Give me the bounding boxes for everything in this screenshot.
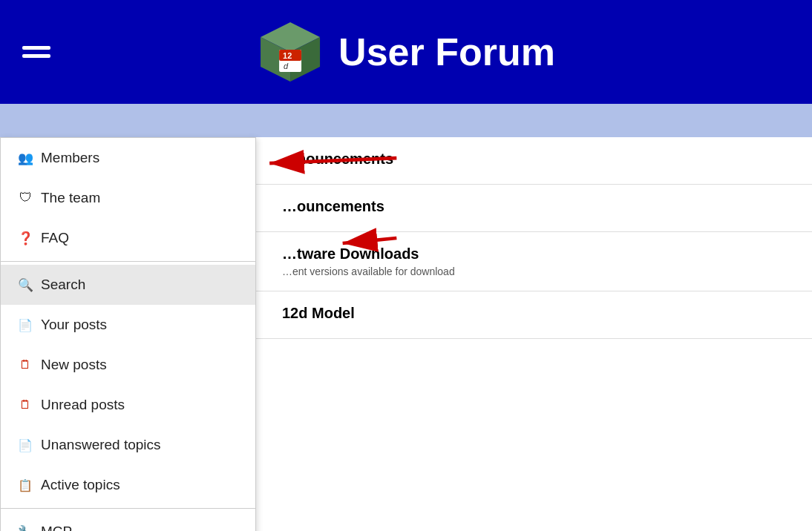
menu-item-unanswered-topics[interactable]: 📄 Unanswered topics: [1, 425, 255, 465]
your-posts-icon: 📄: [17, 318, 33, 332]
header-center: 12 d User Forum: [257, 19, 555, 85]
row-3-subtitle: …ent versions available for download: [282, 266, 515, 277]
svg-text:12: 12: [283, 51, 292, 60]
row-3-title: …tware Downloads: [282, 245, 515, 263]
faq-icon: ❓: [17, 231, 33, 246]
unread-posts-icon: 🗒: [17, 398, 33, 412]
menu-item-your-posts[interactable]: 📄 Your posts: [1, 305, 255, 345]
menu-label-mcp: MCP: [41, 524, 72, 531]
mcp-icon: 🔧: [17, 524, 33, 532]
search-icon: 🔍: [17, 277, 33, 293]
menu-item-faq[interactable]: ❓ FAQ: [1, 218, 255, 258]
menu-label-active-topics: Active topics: [41, 477, 120, 493]
menu-label-new-posts: New posts: [41, 357, 107, 373]
menu-item-members[interactable]: 👥 Members: [1, 138, 255, 178]
main-area: …nouncements …ouncements …tware Download…: [0, 137, 812, 339]
menu-item-active-topics[interactable]: 📋 Active topics: [1, 465, 255, 505]
logo-icon: 12 d: [257, 19, 324, 85]
hamburger-line-1: [22, 46, 50, 50]
svg-text:d: d: [284, 62, 289, 70]
header: 12 d User Forum: [0, 0, 812, 104]
menu-divider-2: [1, 508, 255, 509]
menu-label-the-team: The team: [41, 190, 100, 206]
sub-header: [0, 104, 812, 137]
row-1-title: …nouncements: [282, 151, 515, 168]
menu-label-unanswered-topics: Unanswered topics: [41, 437, 161, 453]
row-2-title: …ouncements: [282, 198, 515, 215]
menu-label-members: Members: [41, 150, 99, 166]
header-title: User Forum: [338, 30, 555, 74]
menu-label-unread-posts: Unread posts: [41, 397, 125, 413]
row-4-title: 12d Model: [282, 305, 515, 322]
active-topics-icon: 📋: [17, 478, 33, 492]
hamburger-button[interactable]: [15, 39, 58, 65]
menu-item-the-team[interactable]: 🛡 The team: [1, 178, 255, 218]
menu-label-your-posts: Your posts: [41, 317, 107, 333]
members-icon: 👥: [17, 151, 33, 166]
menu-item-new-posts[interactable]: 🗒 New posts: [1, 345, 255, 385]
menu-divider-1: [1, 261, 255, 262]
unanswered-topics-icon: 📄: [17, 438, 33, 452]
menu-label-search: Search: [41, 277, 85, 293]
menu-item-mcp[interactable]: 🔧 MCP: [1, 512, 255, 531]
new-posts-icon: 🗒: [17, 358, 33, 372]
menu-item-unread-posts[interactable]: 🗒 Unread posts: [1, 385, 255, 425]
hamburger-line-2: [22, 54, 50, 58]
dropdown-menu: 👥 Members 🛡 The team ❓ FAQ 🔍 Search 📄 Yo…: [0, 137, 256, 531]
menu-item-search[interactable]: 🔍 Search: [1, 265, 255, 305]
shield-icon: 🛡: [17, 191, 33, 205]
menu-label-faq: FAQ: [41, 230, 69, 246]
